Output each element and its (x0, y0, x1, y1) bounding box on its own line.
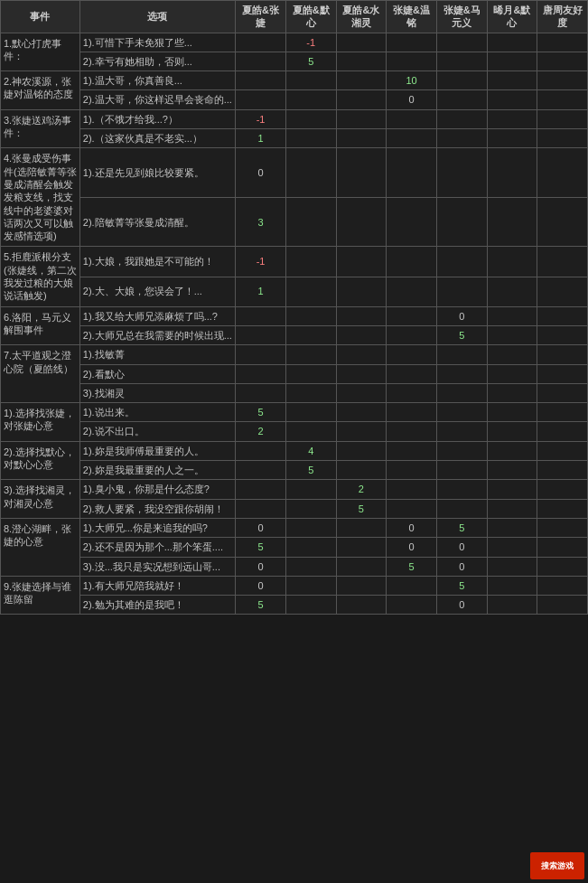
event-cell: 3).选择找湘灵，对湘灵心意 (1, 480, 80, 519)
value-cell (336, 422, 387, 441)
value-cell (387, 441, 437, 460)
header-col2: 夏皓&默心 (285, 1, 336, 33)
value-cell (336, 461, 387, 480)
value-cell: 0 (236, 557, 286, 576)
value-cell (236, 52, 286, 70)
value-cell (336, 364, 387, 383)
value-cell (537, 364, 588, 383)
value-cell (436, 247, 487, 277)
value-cell (387, 499, 437, 518)
value-cell (537, 422, 588, 441)
table-row: 3).没...我只是实况想到远山哥...050 (1, 557, 588, 576)
value-cell (336, 345, 387, 364)
value-cell: 0 (387, 538, 437, 557)
value-cell (537, 596, 588, 615)
value-cell (487, 403, 537, 422)
value-cell (285, 90, 336, 109)
table-row: 3).选择找湘灵，对湘灵心意1).臭小鬼，你那是什么态度?2 (1, 480, 588, 499)
value-cell (336, 538, 387, 557)
option-cell: 2).救人要紧，我没空跟你胡闹！ (79, 499, 235, 518)
value-cell (436, 197, 487, 247)
table-row: 2).看默心 (1, 364, 588, 383)
value-cell (537, 538, 588, 557)
table-row: 7.太平道观之澄心院（夏皓线）1).找敏菁 (1, 345, 588, 364)
value-cell (285, 403, 336, 422)
header-option: 选项 (79, 1, 235, 33)
value-cell (487, 109, 537, 128)
table-row: 8.澄心湖畔，张婕的心意1).大师兄...你是来追我的吗?005 (1, 518, 588, 537)
option-cell: 1).温大哥，你真善良... (79, 71, 235, 90)
value-cell (387, 277, 437, 306)
value-cell (537, 129, 588, 148)
table-row: 6.洛阳，马元义解围事件1).我又给大师兄添麻烦了吗...?0 (1, 306, 588, 325)
value-cell (436, 345, 487, 364)
option-cell: 1).妳是我师傅最重要的人。 (79, 441, 235, 460)
option-cell: 2).大、大娘，您误会了！... (79, 277, 235, 306)
value-cell: 0 (436, 306, 487, 325)
option-cell: 2).幸亏有她相助，否则... (79, 52, 235, 70)
option-cell: 3).找湘灵 (79, 383, 235, 402)
option-cell: 2).陪敏菁等张曼成清醒。 (79, 197, 235, 247)
value-cell (236, 383, 286, 402)
value-cell (537, 247, 588, 277)
option-cell: 2).大师兄总在我需要的时候出现... (79, 325, 235, 344)
table-row: 2).（这家伙真是不老实...）1 (1, 129, 588, 148)
value-cell (336, 247, 387, 277)
value-cell: 5 (285, 52, 336, 70)
value-cell (537, 461, 588, 480)
value-cell (285, 480, 336, 499)
value-cell (436, 148, 487, 198)
value-cell (285, 576, 336, 595)
value-cell (285, 306, 336, 325)
value-cell (336, 383, 387, 402)
value-cell (336, 109, 387, 128)
value-cell (537, 306, 588, 325)
value-cell (436, 71, 487, 90)
value-cell (537, 383, 588, 402)
value-cell (236, 441, 286, 460)
value-cell (236, 325, 286, 344)
event-cell: 6.洛阳，马元义解围事件 (1, 306, 80, 345)
value-cell (285, 325, 336, 344)
table-row: 2).幸亏有她相助，否则...5 (1, 52, 588, 70)
value-cell: 2 (236, 422, 286, 441)
value-cell (537, 71, 588, 90)
value-cell (236, 33, 286, 52)
option-cell: 3).没...我只是实况想到远山哥... (79, 557, 235, 576)
value-cell: 0 (236, 148, 286, 198)
value-cell (537, 90, 588, 109)
value-cell: 0 (387, 90, 437, 109)
value-cell (285, 422, 336, 441)
table-row: 2).还不是因为那个...那个笨蛋....500 (1, 538, 588, 557)
value-cell (336, 129, 387, 148)
table-row: 9.张婕选择与谁逛陈留1).有大师兄陪我就好！05 (1, 576, 588, 595)
value-cell: 0 (436, 557, 487, 576)
value-cell (537, 441, 588, 460)
header-event: 事件 (1, 1, 80, 33)
value-cell (487, 364, 537, 383)
value-cell (387, 33, 437, 52)
value-cell (436, 480, 487, 499)
value-cell (336, 518, 387, 537)
table-row: 2).大、大娘，您误会了！...1 (1, 277, 588, 306)
header-col1: 夏皓&张婕 (236, 1, 286, 33)
value-cell (436, 422, 487, 441)
header-col3: 夏皓&水湘灵 (336, 1, 387, 33)
value-cell (387, 576, 437, 595)
value-cell (537, 480, 588, 499)
value-cell (487, 383, 537, 402)
value-cell (436, 499, 487, 518)
option-cell: 2).温大哥，你这样迟早会丧命的... (79, 90, 235, 109)
value-cell (487, 306, 537, 325)
option-cell: 1).可惜下手未免狠了些... (79, 33, 235, 52)
value-cell (336, 576, 387, 595)
value-cell (487, 345, 537, 364)
value-cell (436, 383, 487, 402)
option-cell: 1).说出来。 (79, 403, 235, 422)
value-cell (387, 129, 437, 148)
table-row: 2).大师兄总在我需要的时候出现...5 (1, 325, 588, 344)
value-cell (537, 576, 588, 595)
value-cell (487, 557, 537, 576)
value-cell (537, 518, 588, 537)
value-cell (487, 325, 537, 344)
